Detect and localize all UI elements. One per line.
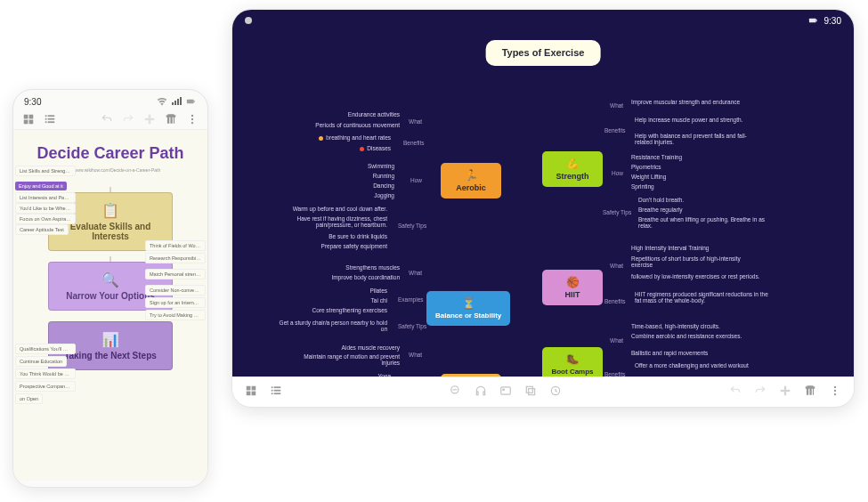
svg-point-14	[191, 115, 193, 117]
leaf[interactable]: Tai chi	[371, 297, 387, 304]
svg-rect-1	[194, 101, 195, 102]
leaf[interactable]: Running	[373, 173, 394, 179]
leaf[interactable]: Plyometrics	[631, 164, 661, 170]
leaf[interactable]: Improve muscular strength and endurance	[631, 99, 740, 105]
leaf[interactable]: Help increase muscle power and strength.	[635, 117, 742, 123]
leaf[interactable]: Combine aerobic and resistance exercises…	[631, 333, 742, 339]
leaf[interactable]: Breathe out when lifting or pushing. Bre…	[638, 216, 772, 229]
leaf[interactable]: Periods of continuous movement	[315, 122, 400, 128]
leaf[interactable]: Be sure to drink liquids	[329, 233, 387, 239]
add-icon[interactable]	[779, 385, 791, 397]
crop-icon[interactable]	[524, 385, 537, 397]
label-how: How	[410, 177, 422, 183]
root-node[interactable]: Types of Exercise	[486, 40, 601, 66]
signal-icon	[171, 97, 182, 107]
clock-icon[interactable]	[549, 385, 562, 397]
add-icon[interactable]	[143, 113, 156, 126]
leaf[interactable]: Core strengthening exercises	[312, 307, 387, 313]
phone-leaf[interactable]: Try to Avoid Making a Decision B Money	[145, 310, 206, 320]
leaf[interactable]: High Intensity Interval Training	[631, 245, 709, 251]
phone-leaf[interactable]: Match Personal strengths and Potential J…	[145, 269, 206, 279]
phone-leaf[interactable]: List Skills and Strengths	[15, 166, 76, 176]
phone-leaf[interactable]: Prospective Company's Values	[15, 381, 76, 392]
leaf[interactable]: Help with balance and prevent falls and …	[635, 133, 759, 145]
leaf[interactable]: Sprinting	[631, 183, 654, 190]
more-icon[interactable]	[186, 113, 199, 126]
list-view-icon[interactable]	[44, 113, 56, 126]
format-icon[interactable]	[165, 113, 177, 126]
label-what: What	[610, 337, 623, 344]
phone-leaf[interactable]: Focus on Own Aspiration	[15, 214, 76, 224]
leaf[interactable]: Breathe regularly	[638, 206, 683, 213]
leaf[interactable]: Repetitions of short bursts of high-inte…	[631, 255, 756, 268]
leaf[interactable]: HIIT regimens produced significant reduc…	[635, 291, 768, 304]
leaf[interactable]: Prepare safety equipment	[321, 243, 387, 249]
mindmap-title[interactable]: Decide Career Path	[13, 130, 207, 167]
leaf[interactable]: Strengthens muscles	[345, 264, 400, 271]
phone-leaf[interactable]: Career Aptitude Test	[15, 224, 69, 235]
phone-leaf[interactable]: Enjoy and Good at it	[15, 182, 67, 190]
phone-leaf[interactable]: Qualifications You'll Need for the	[15, 344, 76, 354]
tablet-canvas[interactable]: Types of Exercise 🏃Aerobic ⏳Balance or S…	[232, 31, 854, 376]
leaf[interactable]: Time-based, high-intensity circuits.	[631, 323, 720, 329]
leaf[interactable]: followed by low-intensity exercises or r…	[631, 273, 760, 279]
phone-leaf[interactable]: on Open	[15, 393, 43, 404]
format-icon[interactable]	[804, 385, 816, 397]
grid-view-icon[interactable]	[22, 113, 35, 126]
leaf[interactable]: Aides muscle recovery	[342, 344, 400, 351]
headphones-icon[interactable]	[475, 385, 487, 397]
undo-icon[interactable]	[101, 113, 113, 126]
phone-leaf[interactable]: Research Responsibilities of Job within …	[145, 253, 206, 263]
leaf[interactable]: Dancing	[373, 182, 394, 189]
svg-rect-7	[48, 115, 55, 117]
label-what: What	[610, 263, 623, 269]
leaf[interactable]: Warm up before and cool down after.	[293, 206, 387, 212]
phone-canvas[interactable]: Decide Career Path https://www.wikihow.c…	[13, 130, 207, 481]
leaf[interactable]: Weight Lifting	[631, 174, 666, 180]
label-what: What	[610, 102, 623, 109]
undo-icon[interactable]	[729, 385, 742, 397]
phone-leaf[interactable]: You Think Would be a Good Fit	[15, 368, 76, 379]
leaf[interactable]: Endurance activities	[348, 111, 400, 117]
more-icon[interactable]	[829, 385, 841, 397]
leaf[interactable]: Ballistic and rapid movements	[631, 350, 708, 356]
label-examples: Examples	[398, 296, 424, 303]
node-aerobic[interactable]: 🏃Aerobic	[441, 163, 501, 198]
phone-device: 9:30 Decide Career Path https://www.wiki…	[12, 89, 208, 488]
leaf[interactable]: Swimming	[368, 163, 394, 169]
list-view-icon[interactable]	[270, 385, 282, 397]
leaf[interactable]: Offer a more challenging and varied work…	[635, 362, 749, 368]
svg-rect-4	[24, 120, 28, 125]
phone-leaf[interactable]: Think of Fields of Work Broadly	[145, 240, 206, 251]
label-safety: Safety Tips	[603, 209, 631, 215]
leaf[interactable]: Jogging	[374, 192, 394, 198]
node-balance[interactable]: ⏳Balance or Stability	[426, 291, 510, 326]
image-icon[interactable]	[499, 385, 512, 397]
node-hiit[interactable]: 🏀HIIT	[542, 270, 603, 305]
node-bootcamps[interactable]: 🥾Boot Camps	[542, 347, 603, 376]
grid-view-icon[interactable]	[245, 385, 257, 397]
redo-icon[interactable]	[122, 113, 134, 126]
label-safety: Safety Tips	[398, 223, 426, 229]
node-flexibility[interactable]: 🧘Flexibility	[441, 374, 501, 376]
leaf[interactable]: Resistance Training	[631, 154, 682, 160]
phone-leaf[interactable]: Sign up for an Internship/Apprent	[145, 297, 206, 308]
leaf[interactable]: Pilates	[369, 287, 387, 294]
leaf[interactable]: Get a sturdy chair/a person nearby to ho…	[272, 320, 387, 332]
tablet-status-bar: 9:30	[232, 10, 854, 31]
phone-leaf[interactable]: Consider Non-conventional Car	[145, 285, 206, 296]
zoom-out-icon[interactable]	[450, 385, 462, 397]
phone-leaf[interactable]: Continue Education	[15, 356, 67, 367]
leaf[interactable]: breathing and heart rates	[319, 134, 391, 141]
leaf[interactable]: Improve body coordination	[331, 274, 400, 280]
leaf[interactable]: Diseases	[360, 145, 391, 151]
phone-leaf[interactable]: You'd Like to be When Retire	[15, 203, 76, 214]
redo-icon[interactable]	[754, 385, 767, 397]
svg-rect-21	[247, 392, 251, 396]
node-strength[interactable]: 💪Strength	[542, 151, 603, 187]
phone-leaf[interactable]: List Interests and Passions	[15, 192, 76, 203]
leaf[interactable]: Have rest if having dizziness, chest pai…	[272, 215, 387, 228]
leaf[interactable]: Maintain range of motion and prevent inj…	[284, 353, 400, 366]
leaf[interactable]: Don't hold breath.	[638, 197, 684, 203]
leaf[interactable]: Yoga	[377, 373, 391, 376]
